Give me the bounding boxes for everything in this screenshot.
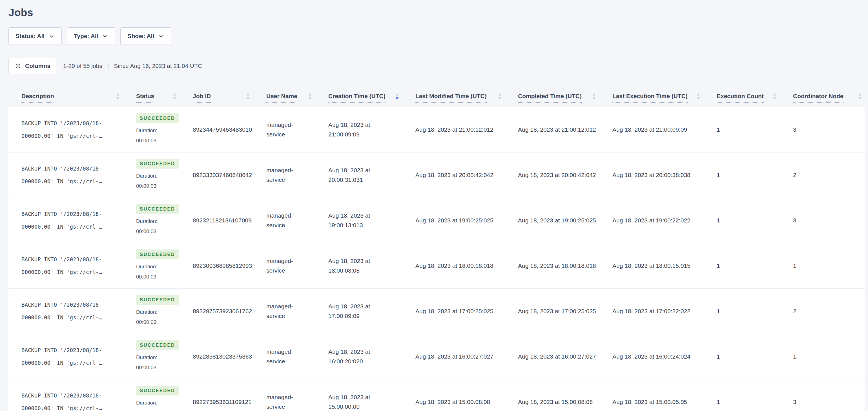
column-header-description[interactable]: Description <box>8 84 123 107</box>
column-header-execution-count[interactable]: Execution Count <box>704 84 780 107</box>
columns-button-label: Columns <box>25 63 51 69</box>
duration-label: Duration: <box>136 171 157 181</box>
status-badge: SUCCEEDED <box>136 295 179 305</box>
sort-icon[interactable] <box>696 92 701 102</box>
execution-count-value: 1 <box>717 170 720 180</box>
creation-time-value: Aug 18, 2023 at 18:00:08:08 <box>328 256 381 275</box>
cell-description: BACKUP INTO '/2023/08/18-000000.00' IN '… <box>8 243 123 288</box>
show-filter-label: Show: All <box>127 33 154 39</box>
cell-job-id: 892321182136107009 <box>180 198 253 243</box>
column-header-job-id[interactable]: Job ID <box>180 84 253 107</box>
job-description-link[interactable]: BACKUP INTO '/2023/08/18-000000.00' IN '… <box>22 344 104 369</box>
gear-icon <box>14 62 22 70</box>
sort-icon[interactable] <box>172 92 177 102</box>
show-filter-dropdown[interactable]: Show: All <box>120 27 172 45</box>
completed-time-value: Aug 18, 2023 at 18:00:18:018 <box>518 261 596 271</box>
type-filter-dropdown[interactable]: Type: All <box>67 27 115 45</box>
creation-time-value: Aug 18, 2023 at 17:00:09:09 <box>328 302 381 321</box>
column-header-last-execution-time[interactable]: Last Execution Time (UTC) <box>599 84 704 107</box>
cell-user-name: managed-service <box>253 152 315 198</box>
job-id-value: 892297573923061762 <box>193 306 252 316</box>
duration-label: Duration: <box>136 262 157 272</box>
column-header-coordinator-node[interactable]: Coordinator Node <box>780 84 865 107</box>
sort-icon-active[interactable] <box>395 92 400 102</box>
column-label-execution-count: Execution Count <box>717 92 764 102</box>
sort-icon[interactable] <box>857 92 862 102</box>
completed-time-value: Aug 18, 2023 at 17:00:25:025 <box>518 306 596 316</box>
sort-icon[interactable] <box>115 92 120 102</box>
user-name-value: managed-service <box>266 166 295 184</box>
status-filter-dropdown[interactable]: Status: All <box>8 27 62 45</box>
duration-value: 00:00:03 <box>136 362 156 373</box>
column-label-status: Status <box>136 92 154 102</box>
cell-description: BACKUP INTO '/2023/08/18-000000.00' IN '… <box>8 289 123 334</box>
cell-status: SUCCEEDED Duration: 00:00:03 <box>123 334 180 379</box>
job-id-value: 892333037460848642 <box>193 170 252 180</box>
cell-job-id: 892273953631109121 <box>180 379 253 411</box>
job-description-link[interactable]: BACKUP INTO '/2023/08/18-000000.00' IN '… <box>22 163 104 187</box>
duration-value: 00:00:03 <box>136 181 156 191</box>
last-execution-time-value: Aug 18, 2023 at 20:00:38:038 <box>612 170 690 180</box>
table-row: BACKUP INTO '/2023/08/18-000000.00' IN '… <box>8 152 865 198</box>
cell-last-execution-time: Aug 18, 2023 at 16:00:24:024 <box>599 334 704 379</box>
duration-label: Duration: <box>136 125 157 136</box>
cell-creation-time: Aug 18, 2023 at 15:00:00:00 <box>315 379 402 411</box>
column-header-user-name[interactable]: User Name <box>253 84 315 107</box>
creation-time-value: Aug 18, 2023 at 15:00:00:00 <box>328 392 381 411</box>
table-row: BACKUP INTO '/2023/08/18-000000.00' IN '… <box>8 334 865 379</box>
results-summary: 1-20 of 55 jobs | Since Aug 16, 2023 at … <box>63 63 202 69</box>
sort-icon[interactable] <box>245 92 251 102</box>
sort-icon[interactable] <box>497 92 502 102</box>
jobs-count-text: 1-20 of 55 jobs <box>63 63 102 69</box>
column-header-completed-time[interactable]: Completed Time (UTC) <box>505 84 599 107</box>
cell-execution-count: 1 <box>704 243 780 288</box>
column-header-last-modified-time[interactable]: Last Modified Time (UTC) <box>402 84 505 107</box>
cell-coordinator-node: 2 <box>780 289 865 334</box>
status-badge: SUCCEEDED <box>136 340 179 350</box>
duration-label: Duration: <box>136 352 157 362</box>
coordinator-node-value: 1 <box>793 261 797 271</box>
last-modified-time-value: Aug 18, 2023 at 21:00:12:012 <box>415 125 493 135</box>
cell-job-id: 892297573923061762 <box>180 289 253 334</box>
last-execution-time-value: Aug 18, 2023 at 16:00:24:024 <box>612 352 690 361</box>
job-description-link[interactable]: BACKUP INTO '/2023/08/18-000000.00' IN '… <box>22 253 104 278</box>
job-description-link[interactable]: BACKUP INTO '/2023/08/18-000000.00' IN '… <box>22 389 104 411</box>
column-header-creation-time[interactable]: Creation Time (UTC) <box>315 84 402 107</box>
columns-button[interactable]: Columns <box>8 58 56 74</box>
coordinator-node-value: 3 <box>793 397 797 407</box>
coordinator-node-value: 2 <box>793 306 797 316</box>
job-description-link[interactable]: BACKUP INTO '/2023/08/18-000000.00' IN '… <box>22 208 104 233</box>
sort-icon[interactable] <box>307 92 313 102</box>
last-execution-time-value: Aug 18, 2023 at 18:00:15:015 <box>612 261 690 271</box>
cell-user-name: managed-service <box>253 243 315 288</box>
coordinator-node-value: 3 <box>793 216 797 225</box>
cell-coordinator-node: 3 <box>780 107 865 152</box>
jobs-table: Description Status Job ID User Name Crea… <box>8 84 865 411</box>
cell-last-modified-time: Aug 18, 2023 at 17:00:25:025 <box>402 289 505 334</box>
cell-last-execution-time: Aug 18, 2023 at 19:00:22:022 <box>599 198 704 243</box>
cell-last-modified-time: Aug 18, 2023 at 19:00:25:025 <box>402 198 505 243</box>
sort-icon[interactable] <box>772 92 777 102</box>
cell-completed-time: Aug 18, 2023 at 20:00:42:042 <box>505 152 599 198</box>
job-description-link[interactable]: BACKUP INTO '/2023/08/18-000000.00' IN '… <box>22 117 104 142</box>
cell-user-name: managed-service <box>253 289 315 334</box>
column-label-last-modified-time: Last Modified Time (UTC) <box>415 92 487 102</box>
cell-completed-time: Aug 18, 2023 at 17:00:25:025 <box>505 289 599 334</box>
last-execution-time-value: Aug 18, 2023 at 15:00:05:05 <box>612 397 687 407</box>
cell-job-id: 892309368985812993 <box>180 243 253 288</box>
job-description-link[interactable]: BACKUP INTO '/2023/08/18-000000.00' IN '… <box>22 298 104 324</box>
coordinator-node-value: 2 <box>793 170 797 180</box>
cell-execution-count: 1 <box>704 107 780 152</box>
table-row: BACKUP INTO '/2023/08/18-000000.00' IN '… <box>8 107 865 152</box>
cell-creation-time: Aug 18, 2023 at 21:00:09:09 <box>315 107 402 152</box>
status-filter-label: Status: All <box>16 33 44 39</box>
cell-coordinator-node: 1 <box>780 334 865 379</box>
cell-description: BACKUP INTO '/2023/08/18-000000.00' IN '… <box>8 198 123 243</box>
cell-completed-time: Aug 18, 2023 at 15:00:08:08 <box>505 379 599 411</box>
cell-user-name: managed-service <box>253 379 315 411</box>
cell-status: SUCCEEDED Duration: 00:00:03 <box>123 198 180 243</box>
column-header-status[interactable]: Status <box>123 84 180 107</box>
type-filter-label: Type: All <box>74 33 98 39</box>
sort-icon[interactable] <box>592 92 597 102</box>
completed-time-value: Aug 18, 2023 at 15:00:08:08 <box>518 397 593 407</box>
